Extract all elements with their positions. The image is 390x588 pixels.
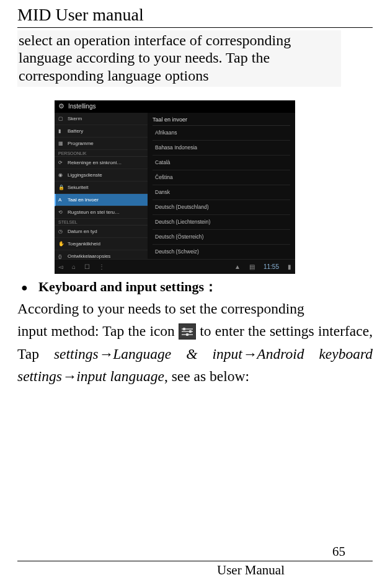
para-line-2b: to enter the settings: [196, 323, 314, 339]
status-bar: ⚙ Instellings: [55, 100, 295, 113]
language-option[interactable]: Čeština: [153, 170, 290, 185]
sidebar-item-label: Datum en tyd: [68, 229, 97, 234]
lock-icon: 🔒: [58, 185, 64, 190]
sidebar-category: PERSOONLIK: [55, 150, 148, 157]
page-number: 65: [17, 544, 373, 559]
body-paragraph: According to your needs to set the corre…: [17, 297, 373, 388]
sidebar-item[interactable]: ▮Battery: [55, 125, 148, 138]
footer-label: User Manual: [17, 563, 373, 578]
intro-text: select an operation interface of corresp…: [17, 30, 341, 87]
menu-icon[interactable]: ⋮: [99, 263, 105, 270]
sidebar-item-language[interactable]: ATaal en invoer: [55, 194, 148, 206]
sidebar-item-label: Taal en invoer: [68, 197, 99, 203]
sidebar-item[interactable]: ▢Skerm: [55, 113, 148, 125]
sync-icon: ⟳: [58, 160, 64, 165]
display-icon: ▢: [58, 116, 64, 121]
sidebar-category: STELSEL: [55, 219, 148, 226]
bullet-dot-icon: ●: [21, 282, 29, 293]
sidebar-item[interactable]: ⟲Rugsteun en stel teru…: [55, 206, 148, 219]
settings-sliders-icon: [179, 323, 196, 340]
sidebar-item[interactable]: ✋Toeganklikheid: [55, 238, 148, 250]
language-option[interactable]: Deutsch (Schweiz): [153, 245, 290, 260]
para-line-2a: input method: Tap the icon: [17, 323, 179, 339]
language-option[interactable]: Bahasa Indonesia: [153, 141, 290, 156]
language-option[interactable]: Dansk: [153, 185, 290, 200]
page-title: MID User manual: [17, 0, 373, 27]
home-icon[interactable]: ⌂: [72, 263, 76, 270]
android-navbar: ◅ ⌂ ☐ ⋮ ▲ ▤ 11:55 ▮: [55, 259, 295, 274]
android-screen: ⚙ Instellings ▢Skerm ▮Battery ▦Programme…: [55, 100, 295, 274]
clock-text: 11:55: [264, 263, 279, 270]
sidebar-item-label: Rugsteun en stel teru…: [68, 209, 120, 215]
language-option[interactable]: Deutsch (Deutschland): [153, 200, 290, 215]
gear-icon: ⚙: [58, 102, 64, 110]
sidebar-item-label: Ontwikkelaaropsies: [68, 253, 110, 259]
clock-icon: ◷: [58, 229, 64, 234]
sidebar-item-label: Toeganklikheid: [68, 241, 100, 247]
sidebar-item-label: Programme: [68, 141, 94, 146]
settings-screenshot: ⚙ Instellings ▢Skerm ▮Battery ▦Programme…: [55, 100, 373, 274]
language-option[interactable]: Deutsch (Liechtenstein): [153, 215, 290, 230]
bullet-heading: Keyboard and input settings：: [38, 278, 218, 296]
header-rule: [17, 27, 373, 28]
sidebar-item-label: Battery: [68, 128, 83, 134]
language-option[interactable]: Afrikaans: [153, 126, 290, 141]
bullet-heading-row: ● Keyboard and input settings：: [21, 278, 373, 296]
usb-icon: ▲: [234, 263, 241, 270]
settings-main-panel: Taal en invoer Afrikaans Bahasa Indonesi…: [148, 113, 295, 259]
sd-icon: ▤: [249, 263, 255, 270]
sidebar-item-label: Sekuriteit: [68, 185, 88, 190]
language-icon: A: [58, 197, 64, 203]
sidebar-item[interactable]: ◷Datum en tyd: [55, 226, 148, 238]
back-icon[interactable]: ◅: [58, 263, 63, 270]
sidebar-item-label: Skerm: [68, 116, 82, 121]
sidebar-item[interactable]: ◉Liggingsdienste: [55, 169, 148, 182]
para-line-3b: , see as below:: [164, 368, 249, 384]
language-option[interactable]: Deutsch (Österreich): [153, 230, 290, 245]
accessibility-icon: ✋: [58, 241, 64, 247]
page-footer: 65 User Manual: [17, 544, 373, 578]
apps-icon: ▦: [58, 141, 64, 146]
app-title: Instellings: [68, 103, 95, 110]
sidebar-item-label: Liggingsdienste: [68, 172, 102, 178]
sidebar-item[interactable]: ▦Programme: [55, 138, 148, 150]
settings-sidebar: ▢Skerm ▮Battery ▦Programme PERSOONLIK ⟳R…: [55, 113, 148, 259]
sidebar-item-label: Rekeninge en sinkroni…: [68, 160, 122, 165]
para-line-1: According to your needs to set the corre…: [17, 301, 304, 317]
location-icon: ◉: [58, 172, 64, 178]
sidebar-item[interactable]: ⟳Rekeninge en sinkroni…: [55, 157, 148, 169]
battery-icon: ▮: [58, 128, 64, 134]
sidebar-item[interactable]: 🔒Sekuriteit: [55, 182, 148, 194]
battery-status-icon: ▮: [288, 263, 291, 270]
recents-icon[interactable]: ☐: [84, 263, 90, 270]
footer-rule: [17, 561, 373, 561]
panel-header: Taal en invoer: [153, 115, 290, 126]
backup-icon: ⟲: [58, 209, 64, 215]
developer-icon: {}: [58, 253, 64, 259]
language-option[interactable]: Català: [153, 156, 290, 170]
